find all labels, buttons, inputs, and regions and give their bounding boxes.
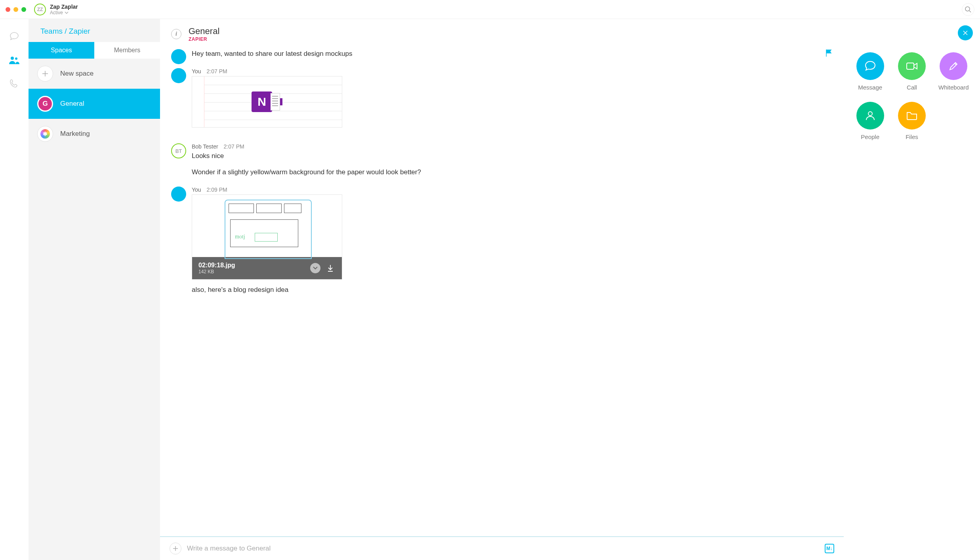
nav-teams-icon[interactable] [8,55,20,65]
maximize-window-button[interactable] [21,7,26,12]
space-avatar-general: G [37,96,53,112]
minimize-window-button[interactable] [13,7,18,12]
sidebar-item-general[interactable]: G General [29,89,160,119]
svg-point-0 [965,7,970,11]
tab-spaces[interactable]: Spaces [29,42,94,59]
info-button[interactable]: i [171,29,181,39]
window-controls [6,7,26,12]
download-icon [327,264,334,272]
avatar-you-icon [171,68,186,83]
new-space-label: New space [60,70,93,78]
space-list: New space G General Marketing [29,59,160,560]
nav-calls-icon[interactable] [9,78,19,89]
sketch-label: motj [235,234,245,240]
video-icon [905,61,919,71]
sidebar: Teams / Zapier Spaces Members New space … [29,19,160,560]
svg-point-3 [15,57,17,60]
user-name: Zap Zaplar [50,4,78,10]
user-status-dropdown[interactable]: Active [50,10,78,15]
onenote-icon: N [252,91,272,112]
message-text: Hey team, wanted to share our latest des… [192,49,820,59]
svg-rect-10 [907,63,914,69]
nav-rail [0,19,29,560]
attachment-size: 142 KB [198,269,305,274]
message-input[interactable] [187,545,819,552]
attachment-bar: 02:09:18.jpg 142 KB [192,257,342,279]
action-people[interactable]: People [851,102,889,140]
download-button[interactable] [325,263,336,273]
action-label: Message [858,84,882,91]
action-label: Files [906,133,918,140]
message-time: 2:07 PM [207,68,227,74]
plus-icon [37,66,53,82]
svg-point-2 [11,57,14,60]
attachment-image[interactable]: motj 02:09:18.jpg 142 KB [192,194,342,280]
chevron-down-icon [313,266,318,270]
new-space-button[interactable]: New space [29,59,160,89]
message-text: Wonder if a slightly yellow/warm backgro… [192,168,833,177]
user-status-label: Active [50,10,63,15]
attachment-name: 02:09:18.jpg [198,262,305,269]
nav-chat-icon[interactable] [9,31,20,42]
sidebar-item-label: General [60,100,84,108]
user-block: Zap Zaplar Active [50,4,78,15]
message-author: You [192,187,201,193]
chat-title: General [189,26,219,36]
composer: M↓ [160,536,844,560]
avatar-you-icon [171,49,186,64]
space-avatar-marketing [37,126,53,142]
sidebar-tabs: Spaces Members [29,42,160,59]
action-call[interactable]: Call [892,52,931,91]
message-author: You [192,68,201,74]
pencil-icon [948,60,959,72]
close-panel-button[interactable] [958,25,973,40]
close-icon [962,30,969,36]
tab-members[interactable]: Members [94,42,160,59]
chat-header: i General ZAPIER [160,19,844,48]
action-files[interactable]: Files [892,102,931,140]
chat-subtitle: ZAPIER [189,36,219,42]
message-text: also, here's a blog redesign idea [192,285,833,295]
person-icon [864,110,876,122]
chat-column: i General ZAPIER Hey team, wanted to sha… [160,19,844,560]
action-whiteboard[interactable]: Whiteboard [934,52,973,91]
breadcrumb[interactable]: Teams / Zapier [29,19,160,42]
folder-icon [906,110,918,121]
avatar-you-icon [171,187,186,202]
titlebar: ZZ Zap Zaplar Active [0,0,980,19]
search-button[interactable] [962,3,974,16]
sidebar-item-marketing[interactable]: Marketing [29,119,160,149]
message-time: 2:07 PM [224,143,244,150]
message-row: You 2:07 PM N [171,68,833,133]
chevron-down-icon [65,11,69,14]
message-list[interactable]: Hey team, wanted to share our latest des… [160,48,844,536]
flag-icon[interactable] [826,49,833,64]
avatar-bob: BT [171,143,186,158]
message-text: Looks nice [192,151,833,161]
sidebar-item-label: Marketing [60,130,90,138]
action-label: Whiteboard [938,84,969,91]
message-row: You 2:09 PM motj [171,187,833,297]
message-author: Bob Tester [192,143,218,150]
markdown-toggle-button[interactable]: M↓ [825,544,834,553]
message-time: 2:09 PM [207,187,227,193]
search-icon [965,6,972,13]
action-label: Call [907,84,917,91]
close-window-button[interactable] [6,7,10,12]
message-row: Hey team, wanted to share our latest des… [171,49,833,64]
message-row: BT Bob Tester 2:07 PM Looks nice Wonder … [171,143,833,179]
action-message[interactable]: Message [851,52,889,91]
avatar[interactable]: ZZ [34,4,46,15]
message-icon [864,59,877,73]
add-attachment-button[interactable] [170,543,181,554]
attachment-onenote[interactable]: N [192,76,342,128]
attachment-expand-button[interactable] [310,263,320,273]
right-panel: Message Call Whiteboard [844,19,980,560]
plus-icon [172,545,179,552]
svg-line-1 [969,11,971,12]
action-label: People [861,133,879,140]
svg-point-11 [868,112,872,116]
